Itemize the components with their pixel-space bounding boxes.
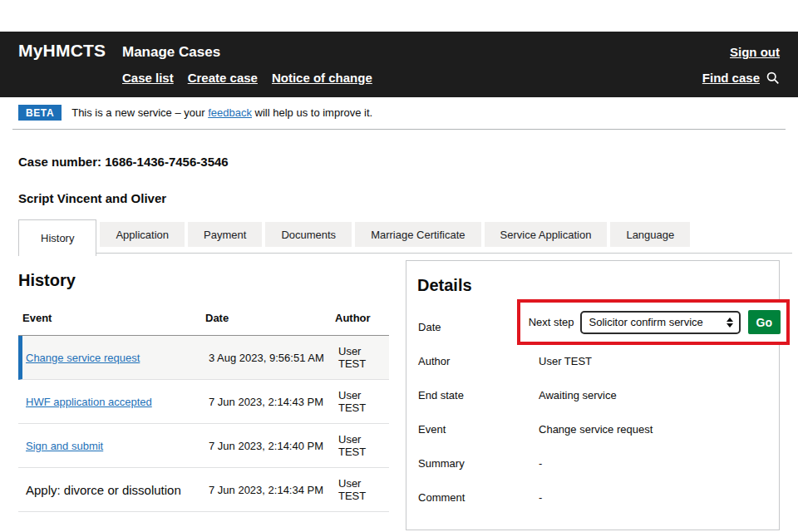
event-link[interactable]: Sign and submit — [26, 440, 103, 452]
col-event: Event — [22, 312, 205, 324]
event-author: User TEST — [338, 345, 389, 370]
field-value: - — [539, 457, 768, 470]
tab-marriage-certificate[interactable]: Marriage Certificate — [355, 222, 480, 247]
next-step-highlight-box: Next step Solicitor confirm service Go — [517, 299, 790, 345]
beta-text-before: This is a new service – your — [71, 106, 208, 119]
select-spinner-icon — [727, 318, 733, 328]
event-date: 3 Aug 2023, 9:56:51 AM — [209, 352, 338, 364]
field-value: - — [539, 491, 768, 504]
details-row-comment: Comment - — [417, 484, 768, 511]
field-label: Event — [418, 423, 539, 436]
history-table: Event Date Author Change service request… — [18, 307, 389, 512]
brand-logo: MyHMCTS — [18, 41, 122, 61]
table-row: Apply: divorce or dissolution 7 Jun 2023… — [18, 468, 389, 512]
tab-payment[interactable]: Payment — [188, 222, 262, 247]
field-label: Author — [418, 355, 539, 367]
history-heading: History — [18, 271, 389, 290]
tab-language[interactable]: Language — [610, 222, 690, 247]
details-heading: Details — [417, 276, 768, 295]
app-title: Manage Cases — [122, 44, 220, 61]
field-label: Comment — [418, 491, 539, 504]
details-row-summary: Summary - — [417, 450, 768, 477]
find-case-link[interactable]: Find case — [702, 71, 760, 85]
tab-service-application[interactable]: Service Application — [485, 222, 608, 247]
field-value: User TEST — [539, 355, 768, 367]
next-step-label: Next step — [529, 316, 574, 328]
event-link[interactable]: HWF application accepted — [26, 396, 152, 408]
event-author: User TEST — [338, 477, 389, 502]
field-label: Summary — [418, 457, 539, 470]
field-value: Awaiting service — [539, 389, 768, 401]
nav-case-list[interactable]: Case list — [122, 71, 174, 85]
main-nav: Case list Create case Notice of change F… — [18, 71, 780, 85]
event-text: Apply: divorce or dissolution — [26, 483, 209, 497]
tab-history[interactable]: History — [18, 219, 96, 256]
nav-create-case[interactable]: Create case — [188, 71, 258, 85]
event-date: 7 Jun 2023, 2:14:43 PM — [209, 396, 338, 408]
go-button[interactable]: Go — [748, 310, 781, 334]
next-step-select[interactable]: Solicitor confirm service — [580, 311, 741, 334]
case-name: Script Vincent and Oliver — [18, 191, 780, 205]
event-author: User TEST — [338, 389, 389, 414]
history-table-header: Event Date Author — [18, 307, 389, 336]
beta-text: This is a new service – your feedback wi… — [71, 106, 372, 119]
col-author: Author — [335, 312, 389, 324]
beta-text-after: will help us to improve it. — [252, 106, 372, 119]
details-row-author: Author User TEST — [417, 347, 768, 375]
feedback-link[interactable]: feedback — [208, 106, 252, 119]
table-row[interactable]: Sign and submit 7 Jun 2023, 2:14:40 PM U… — [18, 424, 389, 468]
nav-notice-of-change[interactable]: Notice of change — [272, 71, 372, 85]
tab-bar: History Application Payment Documents Ma… — [18, 219, 780, 258]
field-value: Change service request — [539, 423, 768, 436]
event-link[interactable]: Change service request — [26, 352, 140, 364]
event-author: User TEST — [338, 433, 389, 458]
app-header: MyHMCTS Manage Cases Sign out Case list … — [0, 32, 798, 97]
next-step-selected-option: Solicitor confirm service — [589, 316, 703, 328]
tab-application[interactable]: Application — [100, 222, 185, 247]
tab-documents[interactable]: Documents — [265, 222, 352, 247]
case-number: Case number: 1686-1436-7456-3546 — [18, 155, 780, 169]
col-date: Date — [205, 312, 335, 324]
beta-badge: BETA — [18, 105, 62, 121]
table-row[interactable]: Change service request 3 Aug 2023, 9:56:… — [18, 336, 389, 380]
event-date: 7 Jun 2023, 2:14:40 PM — [209, 440, 338, 452]
sign-out-link[interactable]: Sign out — [730, 45, 780, 59]
event-date: 7 Jun 2023, 2:14:34 PM — [209, 484, 338, 496]
details-row-event: Event Change service request — [417, 416, 768, 443]
table-row[interactable]: HWF application accepted 7 Jun 2023, 2:1… — [18, 380, 389, 424]
header-divider — [12, 129, 786, 130]
field-label: End state — [418, 389, 539, 401]
details-row-end-state: End state Awaiting service — [417, 382, 768, 409]
beta-banner: BETA This is a new service – your feedba… — [0, 97, 798, 129]
search-icon[interactable] — [766, 71, 780, 85]
